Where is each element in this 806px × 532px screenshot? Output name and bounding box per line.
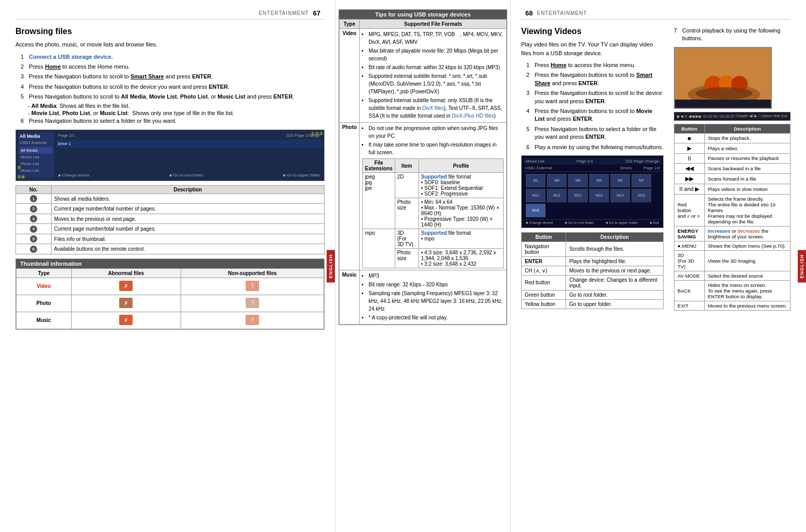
broken-image-photo-icon: ✗ <box>119 297 133 309</box>
nonsupported-music-icon: ? <box>245 314 260 326</box>
page-left: ENTERTAINMENT 67 Browsing files Access t… <box>0 0 335 532</box>
video-format-row: Video MPG, MPEG, DAT, TS, TRP, TP, VOB ,… <box>340 29 507 123</box>
lang-tab-english-right: ENGLISH <box>798 250 806 282</box>
svg-text:✗: ✗ <box>124 283 128 289</box>
tv-mockup <box>674 47 772 109</box>
music-bullets: MP3 Bit rate range: 32 Kbps - 320 Kbps S… <box>362 272 504 321</box>
nonsupported-video-icon: ? <box>245 280 260 292</box>
tips-box: Tips for using USB storage devices Type … <box>338 9 507 325</box>
tv-controls: ▶ ■ II ◀◀ ▶▶ 01:02:30 / 02:30:25 Chapter… <box>674 112 791 121</box>
tips-box-title: Tips for using USB storage devices <box>339 10 507 19</box>
playback-avmode: AV MODE Select the desired source <box>674 271 791 280</box>
num-desc-row: 6 Available buttons on the remote contro… <box>16 244 325 254</box>
step-5-sub2: - Movie List, Photo List, or Music List:… <box>28 110 325 116</box>
supported-badge-3d: Supported <box>421 230 447 236</box>
view-step-1: 1 Press Home to access the Home menu. <box>526 61 664 69</box>
btn-row-enter: ENTER Plays the highlighted file. <box>522 256 664 266</box>
svg-rect-18 <box>675 100 772 109</box>
browsing-steps: 1 Connect a USB storage device. 2 Press … <box>21 53 325 125</box>
num-desc-row: 2 Current page number/total number of pa… <box>16 204 325 214</box>
playback-pause: II Pauses or resumes the playback <box>674 153 791 163</box>
page-right: 68 ENTERTAINMENT Viewing Videos Play vid… <box>511 0 806 532</box>
btn-row-green: Green button Go to root folder. <box>522 290 664 299</box>
view-step-2: 2 Press the Navigation buttons to scroll… <box>526 71 664 87</box>
right-content: Viewing Videos Play video files on the T… <box>521 27 791 315</box>
svg-text:✗: ✗ <box>124 317 128 323</box>
tips-area: Tips for using USB storage devices Type … <box>335 0 511 532</box>
playback-slow: II and ▶ Plays videos in slow motion <box>674 184 791 194</box>
btn-row-ch: CH (∧, ∨) Moves to the previous or next … <box>522 266 664 275</box>
video-bullets: MPG, MPEG, DAT, TS, TRP, TP, VOB , MP4, … <box>362 30 504 120</box>
playback-play: ▶ Plays a video. <box>674 143 791 153</box>
thumbnail-info-box: Thumbnail information Type Abnormal file… <box>15 259 325 330</box>
viewing-column: Viewing Videos Play video files on the T… <box>521 27 664 315</box>
browsing-section: Browsing files Access the photo, music, … <box>15 27 325 330</box>
playback-exit: EXIT Moves to the previous menu screen. <box>674 301 791 310</box>
svg-text:?: ? <box>251 300 254 306</box>
movie-btn-table: Button Description Navigation button Scr… <box>521 232 664 309</box>
nonsupported-photo-icon: ? <box>245 297 260 309</box>
view-step-3: 3 Press the Navigation buttons to scroll… <box>526 89 664 105</box>
svg-text:?: ? <box>251 283 254 289</box>
lang-tab-english-left: ENGLISH <box>327 250 335 282</box>
playback-stop: ■ Stops the playback. <box>674 133 791 143</box>
btn-row-nav: Navigation button Scrolls through the fi… <box>522 241 664 256</box>
step-1: 1 Connect a USB storage device. <box>21 53 325 61</box>
playback-energy: ENERGYSAVING Increases or decreases the … <box>674 226 791 241</box>
view-step-7: 7 Control playback by using the followin… <box>674 27 791 43</box>
thumbnail-row-music: Music ✗ ? <box>17 312 324 329</box>
screen-mockup: All Media USB1 External All Media Movie … <box>15 130 325 181</box>
broken-image-video-icon: ✗ <box>119 280 133 292</box>
tv-image <box>675 48 772 109</box>
thumbnail-table: Type Abnormal files Non-supported files … <box>16 268 324 329</box>
browsing-title: Browsing files <box>15 27 325 36</box>
thumbnail-row-video: Video ✗ ? <box>17 278 324 295</box>
movie-mockup: Movie ListPage 1/1⊡⊡ Page Change USB1 Ex… <box>521 155 664 228</box>
svg-text:?: ? <box>251 317 254 323</box>
browsing-intro: Access the photo, music, or movie lists … <box>15 40 325 49</box>
right-section-title: ENTERTAINMENT <box>537 10 587 16</box>
photo-inner-table: FileExtensions Item Profile jpegjpgjpe <box>362 158 504 268</box>
num-desc-table: No. Description 1 Shows all media folder… <box>15 185 325 254</box>
right-page-num: 68 <box>525 9 533 17</box>
svg-point-17 <box>696 87 752 100</box>
num-desc-row: 5 Files info or thumbnail. <box>16 234 325 244</box>
btn-row-red: Red button Change device: Changes to a d… <box>522 275 664 290</box>
broken-image-music-icon: ✗ <box>119 314 133 326</box>
step-6: 6 Press Navigation buttons to select a f… <box>21 117 325 125</box>
view-step-4: 4 Press the Navigation buttons to scroll… <box>526 107 664 123</box>
num-desc-row: 1 Shows all media folders. <box>16 194 325 204</box>
left-section-title: ENTERTAINMENT <box>259 10 309 16</box>
tv-screen-area: ▶ ■ II ◀◀ ▶▶ 01:02:30 / 02:30:25 Chapter… <box>674 47 791 121</box>
supported-formats-table: Type Supported File Formats Video MPG, M… <box>339 19 507 325</box>
step-4: 4 Press the Navigation buttons to scroll… <box>21 83 325 91</box>
page-container: ENTERTAINMENT 67 Browsing files Access t… <box>0 0 806 532</box>
num-desc-row: 4 Current page number/total number of pa… <box>16 224 325 234</box>
num-desc-row: 3 Moves to the previous or next page. <box>16 214 325 224</box>
supported-badge-2d: Supported <box>421 174 447 180</box>
viewing-steps: 1 Press Home to access the Home menu. 2 … <box>526 61 664 151</box>
playback-back: BACK Hides the menu on screen.To see the… <box>674 280 791 301</box>
svg-text:✗: ✗ <box>124 300 128 306</box>
photo-bullets: Do not use the progressive option when s… <box>362 124 504 156</box>
music-format-row: Music MP3 Bit rate range: 32 Kbps - 320 … <box>340 270 507 325</box>
viewing-title: Viewing Videos <box>521 27 664 36</box>
right-page-header: 68 ENTERTAINMENT <box>521 9 791 20</box>
photo-row-2d-format: jpegjpgjpe 2D Supported file format • SO… <box>363 173 504 198</box>
step-3: 3 Press the Navigation buttons to scroll… <box>21 73 325 80</box>
thumbnail-row-photo: Photo ✗ ? <box>17 295 324 312</box>
playback-btn-table: Button Description ■ Stops the playback.… <box>674 124 791 311</box>
step-5: 5 Press Navigation buttons to scroll to … <box>21 93 325 101</box>
view-step-5: 5 Press Navigation buttons to select a f… <box>526 125 664 141</box>
left-page-header: ENTERTAINMENT 67 <box>15 9 325 20</box>
lang-tab-left: ENGLISH <box>327 250 335 282</box>
viewing-intro: Play video files on the TV. Your TV can … <box>521 40 664 57</box>
playback-fwd: ▶▶ Scans forward in a file <box>674 173 791 184</box>
photo-format-row: Photo Do not use the progressive option … <box>340 123 507 270</box>
playback-menu: ●.MENU Shows the Option menu (See p.70). <box>674 241 791 250</box>
playback-frame: Red buttonand < or > Selects the frame d… <box>674 194 791 226</box>
step-5-sub1: - All Media: Shows all files in the file… <box>28 103 325 109</box>
view-step-6: 6 Play a movie by using the following me… <box>526 143 664 151</box>
thumbnail-info-title: Thumbnail information <box>16 259 324 268</box>
step-2: 2 Press Home to access the Home menu. <box>21 63 325 71</box>
